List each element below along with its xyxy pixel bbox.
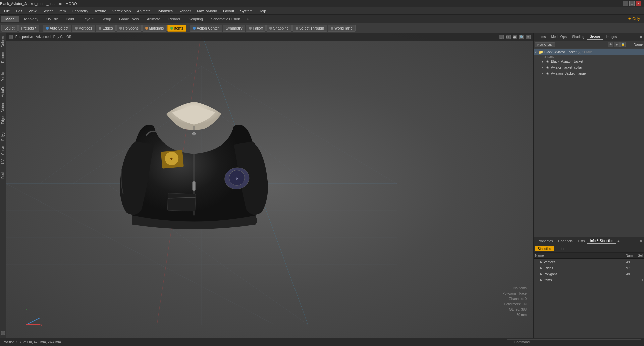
stats-arrow-polygons[interactable]: ▶ bbox=[540, 272, 544, 276]
action-center-button[interactable]: Action Center bbox=[190, 25, 222, 32]
tab-setup[interactable]: Setup bbox=[97, 16, 115, 22]
viewport-perspective[interactable]: Perspective bbox=[15, 35, 33, 39]
sidebar-deform[interactable]: Deform bbox=[0, 34, 5, 49]
stats-tab-info[interactable]: Info bbox=[555, 246, 566, 251]
symmetry-button[interactable]: Symmetry bbox=[223, 25, 246, 32]
stats-row-polygons[interactable]: + - ▶ Polygons 48... ... bbox=[534, 271, 644, 277]
rpanel-bottom-tab-add[interactable]: + bbox=[617, 239, 619, 243]
sidebar-bottom-icon[interactable] bbox=[1, 331, 5, 335]
menu-geometry[interactable]: Geometry bbox=[69, 8, 91, 14]
menu-texture[interactable]: Texture bbox=[92, 8, 109, 14]
presets-button[interactable]: Presets ▾ bbox=[18, 25, 39, 32]
close-button[interactable]: ✕ bbox=[636, 1, 641, 6]
sidebar-metafx[interactable]: MetaFx bbox=[0, 84, 5, 99]
group-row-hanger[interactable]: ▸ ◈ Aviation_Jacket_hanger bbox=[534, 70, 644, 76]
menu-animate[interactable]: Animate bbox=[134, 8, 153, 14]
stats-row-items[interactable]: - - ▶ Items 1 0 bbox=[534, 277, 644, 283]
rpanel-tab-images[interactable]: Images bbox=[603, 34, 620, 39]
rpanel-tab-items[interactable]: Items bbox=[535, 34, 548, 39]
tab-scripting[interactable]: Scripting bbox=[184, 16, 207, 22]
sculpt-button[interactable]: Sculpt bbox=[1, 25, 18, 32]
rpanel-tab-properties[interactable]: Properties bbox=[535, 239, 556, 244]
viewport-advanced[interactable]: Advanced bbox=[36, 35, 50, 39]
menu-edit[interactable]: Edit bbox=[13, 8, 25, 14]
materials-button[interactable]: Materials bbox=[142, 25, 167, 32]
snapping-button[interactable]: Snapping bbox=[266, 25, 292, 32]
sidebar-deform2[interactable]: Deform bbox=[0, 50, 5, 65]
viewport[interactable]: Perspective Advanced Ray GL: Off ⊞ ↺ ⊕ 🔍… bbox=[6, 33, 533, 338]
expand-icon-3[interactable]: ▸ bbox=[542, 66, 545, 69]
menu-help[interactable]: Help bbox=[256, 8, 269, 14]
tab-topology[interactable]: Topology bbox=[19, 16, 42, 22]
viewport-icon-5[interactable]: ⚙ bbox=[526, 35, 531, 39]
menu-maxtomodo[interactable]: MaxToModo bbox=[194, 8, 220, 14]
rpanel-tab-meshops[interactable]: Mesh Ops bbox=[548, 34, 569, 39]
rpanel-tab-shading[interactable]: Shading bbox=[569, 34, 587, 39]
menu-layout[interactable]: Layout bbox=[220, 8, 237, 14]
rpanel-tab-groups[interactable]: Groups bbox=[587, 34, 603, 40]
rpanel-tab-infostat[interactable]: Info & Statistics bbox=[587, 238, 616, 244]
stats-expand-items[interactable]: - bbox=[535, 278, 538, 282]
maximize-button[interactable]: □ bbox=[629, 1, 635, 6]
expand-icon-4[interactable]: ▸ bbox=[542, 72, 545, 75]
workplane-button[interactable]: WorkPlane bbox=[328, 25, 356, 32]
tab-uvedit[interactable]: UVEdit bbox=[42, 16, 62, 22]
tab-animate[interactable]: Animate bbox=[143, 16, 164, 22]
tab-render[interactable]: Render bbox=[164, 16, 184, 22]
rpanel-tab-lists[interactable]: Lists bbox=[575, 239, 588, 244]
stats-row-edges[interactable]: + - ▶ Edges 97... ... bbox=[534, 265, 644, 271]
viewport-icon-2[interactable]: ↺ bbox=[506, 35, 511, 39]
menu-file[interactable]: File bbox=[1, 8, 13, 14]
stats-expand-polygons[interactable]: + bbox=[535, 272, 538, 276]
tab-gametools[interactable]: Game Tools bbox=[115, 16, 143, 22]
minimize-button[interactable]: — bbox=[623, 1, 628, 6]
tab-model[interactable]: Model bbox=[1, 16, 19, 22]
group-row-jacket[interactable]: ▾ ◈ Black_Aviator_Jacket bbox=[534, 58, 644, 64]
new-group-button[interactable]: New Group bbox=[535, 42, 555, 47]
menu-render[interactable]: Render bbox=[176, 8, 194, 14]
sidebar-duplicate[interactable]: Duplicate bbox=[0, 66, 5, 84]
falloff-button[interactable]: Falloff bbox=[246, 25, 266, 32]
auto-select-button[interactable]: Auto Select bbox=[43, 25, 71, 32]
viewport-icon-3[interactable]: ⊕ bbox=[513, 35, 517, 39]
rpanel-close[interactable]: ✕ bbox=[639, 35, 643, 39]
menu-view[interactable]: View bbox=[26, 8, 39, 14]
viewport-canvas[interactable]: ✈ ⚙ bbox=[6, 33, 533, 338]
stats-row-vertices[interactable]: + - ▶ Vertices 49... ... bbox=[534, 259, 644, 265]
menu-select[interactable]: Select bbox=[40, 8, 55, 14]
group-row-collar[interactable]: ▸ ◈ Aviator_jacket_collar bbox=[534, 64, 644, 70]
rpanel-bottom-close[interactable]: ✕ bbox=[639, 239, 643, 244]
stats-arrow-vertices[interactable]: ▶ bbox=[540, 260, 544, 264]
tab-schematic[interactable]: Schematic Fusion bbox=[207, 16, 244, 22]
sidebar-edge[interactable]: Edge bbox=[0, 114, 5, 126]
items-button[interactable]: Items bbox=[167, 25, 186, 32]
tab-layout[interactable]: Layout bbox=[78, 16, 97, 22]
viewport-icon-4[interactable]: 🔍 bbox=[519, 35, 524, 39]
menu-item[interactable]: Item bbox=[56, 8, 68, 14]
sidebar-uv[interactable]: UV bbox=[0, 157, 5, 166]
tab-paint[interactable]: Paint bbox=[62, 16, 78, 22]
menu-dynamics[interactable]: Dynamics bbox=[154, 8, 175, 14]
sidebar-polygon[interactable]: Polygon bbox=[0, 127, 5, 143]
stats-tab-statistics[interactable]: Statistics bbox=[535, 246, 554, 251]
menu-vertexmap[interactable]: Vertex Map bbox=[110, 8, 134, 14]
stats-arrow-items[interactable]: ▶ bbox=[540, 278, 544, 282]
stats-arrow-edges[interactable]: ▶ bbox=[540, 266, 544, 270]
rtoolbar-eye[interactable]: 👁 bbox=[608, 42, 613, 47]
command-input[interactable]: Command bbox=[507, 339, 641, 345]
select-through-button[interactable]: Select Through bbox=[292, 25, 327, 32]
rtoolbar-render[interactable]: ◈ bbox=[614, 42, 620, 47]
viewport-toggle-1[interactable] bbox=[9, 35, 13, 39]
polygons-button[interactable]: Polygons bbox=[116, 25, 141, 32]
sidebar-curve[interactable]: Curve bbox=[0, 144, 5, 157]
vertices-button[interactable]: Vertices bbox=[72, 25, 95, 32]
rpanel-tab-channels[interactable]: Channels bbox=[556, 239, 575, 244]
stats-expand-edges[interactable]: + bbox=[535, 266, 538, 270]
sidebar-vertex[interactable]: Vertex bbox=[0, 100, 5, 114]
menu-system[interactable]: System bbox=[237, 8, 255, 14]
rtoolbar-lock[interactable]: 🔒 bbox=[620, 42, 626, 47]
tab-add-button[interactable]: + bbox=[244, 16, 251, 22]
sidebar-fusion[interactable]: Fusion bbox=[0, 167, 5, 181]
edges-button[interactable]: Edges bbox=[96, 25, 116, 32]
viewport-icon-1[interactable]: ⊞ bbox=[499, 35, 504, 39]
